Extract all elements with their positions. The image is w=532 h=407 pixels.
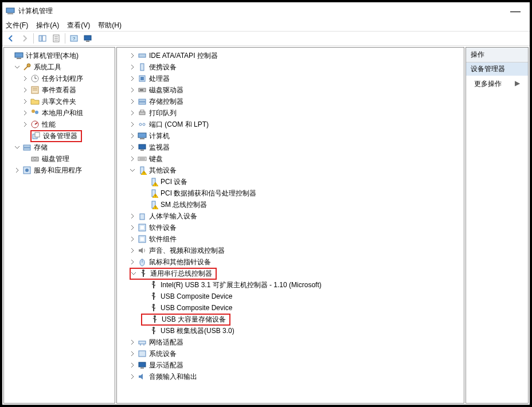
dev-hid[interactable]: 人体学输入设备 [117, 210, 464, 222]
expand-icon[interactable] [22, 76, 30, 81]
expand-icon[interactable] [130, 213, 138, 219]
expand-icon[interactable] [130, 156, 138, 162]
minimize-button[interactable]: — [504, 5, 526, 17]
menu-view[interactable]: 查看(V) [67, 21, 90, 30]
dev-other-pci[interactable]: ! PCI 设备 [117, 176, 464, 187]
toolbar-show-hide-tree-icon[interactable] [36, 32, 49, 45]
dev-monitors[interactable]: 监视器 [117, 142, 464, 153]
expand-icon[interactable] [22, 110, 30, 116]
nav-tree-pane[interactable]: 计算机管理(本地) 系统工具 任务计划程序 事件查看器 共享文件夹 本地用户和组… [3, 47, 115, 404]
dev-computer[interactable]: 计算机 [117, 130, 464, 142]
nav-local-users[interactable]: 本地用户和组 [4, 107, 115, 119]
expand-icon[interactable] [130, 133, 138, 139]
menu-action[interactable]: 操作(A) [36, 21, 59, 30]
tree-item-label: 通用串行总线控制器 [150, 269, 212, 279]
cpu-icon [138, 74, 147, 83]
device-tree-pane[interactable]: IDE ATA/ATAPI 控制器 便携设备 处理器 磁盘驱动器 存储控制器 打… [116, 47, 464, 404]
dev-usb-root-hub[interactable]: USB 根集线器(USB 3.0) [117, 325, 464, 336]
toolbar-help-icon[interactable]: ? [68, 32, 80, 45]
dev-display[interactable]: 显示适配器 [117, 359, 464, 371]
expand-icon[interactable] [130, 110, 138, 116]
dev-other-smbus[interactable]: ! SM 总线控制器 [117, 199, 464, 210]
expand-icon[interactable] [130, 236, 138, 242]
dev-sound[interactable]: 声音、视频和游戏控制器 [117, 245, 464, 256]
svg-rect-46 [138, 157, 146, 161]
dev-keyboards[interactable]: 键盘 [117, 153, 464, 165]
actions-more[interactable]: 更多操作 ▶ [466, 76, 528, 92]
expand-icon[interactable] [130, 374, 138, 379]
expand-icon[interactable] [22, 99, 30, 104]
menubar: 文件(F) 操作(A) 查看(V) 帮助(H) [2, 19, 530, 31]
dev-network[interactable]: 网络适配器 [117, 336, 464, 348]
tree-item-label: 磁盘驱动器 [149, 85, 183, 95]
expand-icon[interactable] [22, 122, 30, 127]
toolbar-back-icon[interactable] [5, 32, 17, 45]
expand-icon[interactable] [130, 64, 138, 70]
sw-icon [138, 234, 147, 244]
actions-pane: 操作 设备管理器 更多操作 ▶ [466, 47, 529, 404]
toolbar: ? [2, 31, 530, 46]
expand-icon[interactable] [130, 122, 138, 127]
users-icon [30, 108, 40, 118]
expand-icon[interactable] [130, 87, 138, 93]
menu-file[interactable]: 文件(F) [6, 21, 28, 30]
nav-disk-management[interactable]: 磁盘管理 [4, 153, 115, 165]
expand-icon[interactable] [14, 167, 22, 173]
nav-event-viewer[interactable]: 事件查看器 [4, 84, 115, 96]
dev-disk-drives[interactable]: 磁盘驱动器 [117, 84, 464, 96]
expand-icon[interactable] [131, 271, 139, 276]
dev-usb[interactable]: 通用串行总线控制器 [117, 268, 464, 279]
nav-performance[interactable]: 性能 [4, 119, 115, 130]
dev-software[interactable]: 软件设备 [117, 222, 464, 233]
expand-icon[interactable] [130, 99, 138, 104]
dev-ports[interactable]: 端口 (COM 和 LPT) [117, 119, 464, 130]
nav-device-manager[interactable]: 设备管理器 [4, 130, 115, 142]
services-icon [22, 166, 32, 175]
expand-icon[interactable] [130, 144, 138, 150]
dev-other[interactable]: ! 其他设备 [117, 165, 464, 176]
dev-other-pci-signal[interactable]: ! PCI 数据捕获和信号处理控制器 [117, 187, 464, 199]
expand-icon[interactable] [130, 167, 138, 173]
nav-task-scheduler[interactable]: 任务计划程序 [4, 73, 115, 84]
dev-software-components[interactable]: 软件组件 [117, 233, 464, 245]
dev-usb-composite-2[interactable]: USB Composite Device [117, 302, 464, 314]
dev-mice[interactable]: 鼠标和其他指针设备 [117, 256, 464, 268]
expand-icon[interactable] [130, 53, 138, 58]
nav-shared-folders[interactable]: 共享文件夹 [4, 96, 115, 107]
expand-icon[interactable] [14, 64, 22, 70]
dev-processors[interactable]: 处理器 [117, 73, 464, 84]
expand-icon[interactable] [130, 225, 138, 230]
dev-storage-controllers[interactable]: 存储控制器 [117, 96, 464, 107]
expand-icon[interactable] [130, 339, 138, 345]
expand-icon[interactable] [130, 259, 138, 265]
expand-icon[interactable] [14, 144, 22, 150]
expand-icon[interactable] [130, 76, 138, 81]
dev-usb-composite-1[interactable]: USB Composite Device [117, 291, 464, 302]
toolbar-separator [65, 33, 65, 44]
toolbar-monitor-icon[interactable] [81, 32, 94, 45]
tree-item-label: 存储控制器 [149, 97, 183, 107]
dev-audio-io[interactable]: 音频输入和输出 [117, 371, 464, 382]
expand-icon[interactable] [130, 248, 138, 253]
expand-icon[interactable] [130, 362, 138, 368]
clock-icon [30, 74, 40, 83]
nav-storage[interactable]: 存储 [4, 142, 115, 153]
toolbar-properties-icon[interactable] [50, 32, 62, 45]
nav-system-tools[interactable]: 系统工具 [4, 61, 115, 73]
expand-icon[interactable] [22, 87, 30, 93]
dev-usb-mass-storage[interactable]: USB 大容量存储设备 [117, 314, 464, 325]
nav-services-apps[interactable]: 服务和应用程序 [4, 165, 115, 176]
dev-portable[interactable]: 便携设备 [117, 61, 464, 73]
tree-item-label: 任务计划程序 [42, 74, 83, 84]
dev-print-queues[interactable]: 打印队列 [117, 107, 464, 119]
tree-item-label: USB Composite Device [161, 292, 232, 300]
dev-ide[interactable]: IDE ATA/ATAPI 控制器 [117, 50, 464, 61]
svg-point-70 [152, 281, 155, 283]
tree-item-label: 存储 [34, 143, 48, 152]
menu-help[interactable]: 帮助(H) [98, 21, 122, 30]
dev-usb-host[interactable]: Intel(R) USB 3.1 可扩展主机控制器 - 1.10 (Micros… [117, 279, 464, 291]
toolbar-forward-icon[interactable] [18, 32, 31, 45]
expand-icon[interactable] [130, 351, 138, 357]
nav-root[interactable]: 计算机管理(本地) [4, 50, 115, 61]
dev-system[interactable]: 系统设备 [117, 348, 464, 359]
